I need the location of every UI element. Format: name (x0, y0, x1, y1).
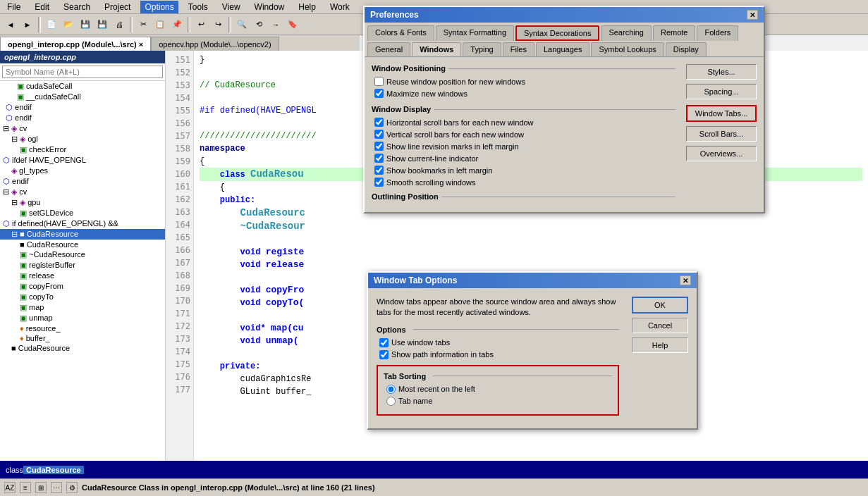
tree-item[interactable]: ⬡ if defined(HAVE_OPENGL) && (0, 218, 165, 229)
toolbar-redo[interactable]: ↪ (210, 17, 226, 32)
tree-item[interactable]: ▣ ~CudaResource (0, 249, 165, 260)
toolbar-replace[interactable]: ⟲ (251, 17, 267, 32)
tab-general[interactable]: General (367, 42, 410, 56)
symbol-search-input[interactable] (2, 66, 163, 78)
toolbar-save[interactable]: 💾 (78, 17, 93, 32)
toolbar-goto[interactable]: → (268, 17, 283, 32)
menu-search[interactable]: Search (59, 1, 94, 13)
tree-item[interactable]: ▣ registerBuffer (0, 260, 165, 271)
wto-cancel-button[interactable]: Cancel (632, 318, 688, 333)
preferences-close-button[interactable]: ✕ (747, 10, 758, 20)
tree-item[interactable]: ▣ setGLDevice (0, 208, 165, 218)
wto-help-button[interactable]: Help (632, 337, 688, 353)
toolbar-cut[interactable]: ✂ (135, 17, 151, 32)
toolbar-forward[interactable]: ► (20, 17, 35, 32)
tree-item[interactable]: ▣ __cudaSafeCall (0, 92, 165, 102)
code-line: ~CudaResour (200, 220, 862, 233)
checkbox-reuse-window-input[interactable] (374, 77, 384, 86)
menu-work[interactable]: Work (326, 1, 354, 13)
toolbar-copy[interactable]: 📋 (152, 17, 168, 32)
tree-icon-cls: ■ (11, 344, 16, 352)
tab-remote[interactable]: Remote (653, 25, 696, 41)
tree-item[interactable]: ⊟ ◈ cv (0, 123, 165, 134)
window-tabs-button[interactable]: Window Tabs... (686, 105, 757, 122)
checkbox-maximize-input[interactable] (374, 89, 384, 98)
menu-file[interactable]: File (3, 1, 25, 13)
tab-windows[interactable]: Windows (412, 42, 461, 56)
tree-item[interactable]: ⊟ ◈ ogl (0, 134, 165, 144)
tree-item[interactable]: ⬡ ifdef HAVE_OPENGL (0, 155, 165, 166)
menu-help[interactable]: Help (294, 1, 320, 13)
menu-view[interactable]: View (218, 1, 245, 13)
tab-sorting-section: Tab Sorting Most recent on the left Tab … (377, 365, 619, 416)
checkbox-revision-marks-input[interactable] (374, 142, 384, 151)
spacing-button[interactable]: Spacing... (686, 84, 757, 99)
toolbar-back[interactable]: ◄ (3, 17, 18, 32)
toolbar-paste[interactable]: 📌 (169, 17, 185, 32)
checkbox-hscroll-input[interactable] (374, 118, 384, 127)
toolbar-save2[interactable]: 💾 (94, 17, 110, 32)
toolbar-open[interactable]: 📂 (61, 17, 76, 32)
tree-item[interactable]: ▣ copyFrom (0, 281, 165, 292)
scroll-bars-button[interactable]: Scroll Bars... (686, 126, 757, 142)
tree-item[interactable]: ▣ unmap (0, 313, 165, 323)
file-tab-0[interactable]: opengl_interop.cpp (Module\...\src) × (0, 37, 151, 51)
tab-languages[interactable]: Languages (536, 42, 589, 56)
tree-item[interactable]: ⬡ endif (0, 113, 165, 123)
wto-checkbox-use-tabs-input[interactable] (379, 338, 389, 347)
tree-item[interactable]: ⊟ ◈ gpu (0, 197, 165, 208)
styles-button[interactable]: Styles... (686, 64, 757, 80)
checkbox-current-line-input[interactable] (374, 154, 384, 163)
toolbar-find[interactable]: 🔍 (234, 17, 250, 32)
checkbox-smooth-scroll: Smooth scrolling windows (372, 178, 676, 187)
tree-item[interactable]: ■ CudaResource (0, 240, 165, 249)
tab-syntax-formatting[interactable]: Syntax Formatting (436, 25, 514, 41)
tree-item[interactable]: ▣ checkError (0, 144, 165, 155)
wto-checkbox-show-path-input[interactable] (379, 350, 389, 359)
toolbar-new[interactable]: 📄 (44, 17, 59, 32)
radio-most-recent-input[interactable] (386, 385, 396, 394)
tree-item[interactable]: ⬡ endif (0, 102, 165, 113)
menu-tools[interactable]: Tools (184, 1, 212, 13)
tree-label: CudaResource (18, 344, 70, 352)
wto-close-button[interactable]: ✕ (680, 275, 691, 285)
tree-item[interactable]: ♦ buffer_ (0, 333, 165, 343)
tab-folders[interactable]: Folders (697, 25, 738, 41)
preferences-titlebar: Preferences ✕ (365, 7, 764, 23)
tab-syntax-decorations[interactable]: Syntax Decorations (515, 25, 599, 41)
menu-options[interactable]: Options (140, 1, 178, 13)
checkbox-vscroll-label: Vertical scroll bars for each new window (386, 130, 524, 139)
tree-item[interactable]: ▣ copyTo (0, 292, 165, 302)
tab-colors-fonts[interactable]: Colors & Fonts (367, 25, 434, 41)
tree-item[interactable]: ◈ gl_types (0, 166, 165, 176)
toolbar-undo[interactable]: ↩ (193, 17, 209, 32)
tree-item[interactable]: ♦ resource_ (0, 323, 165, 333)
toolbar-bookmark[interactable]: 🔖 (285, 17, 300, 32)
checkbox-bookmarks-input[interactable] (374, 166, 384, 175)
tab-symbol-lookups[interactable]: Symbol Lookups (591, 42, 664, 56)
tree-item-release[interactable]: ▣ release (0, 271, 165, 281)
tab-display[interactable]: Display (666, 42, 707, 56)
menu-project[interactable]: Project (100, 1, 135, 13)
menu-edit[interactable]: Edit (30, 1, 54, 13)
tab-typing[interactable]: Typing (463, 42, 501, 56)
tree-item[interactable]: ■ CudaResource (0, 343, 165, 353)
tab-files[interactable]: Files (503, 42, 534, 56)
checkbox-vscroll-input[interactable] (374, 130, 384, 139)
tree-item[interactable]: ▣ map (0, 302, 165, 313)
file-tab-1[interactable]: opencv.hpp (Module\...\opencv2) (151, 37, 279, 51)
wto-ok-button[interactable]: OK (632, 297, 688, 314)
tree-item-cudaresource[interactable]: ⊟ ■ CudaResource (0, 229, 165, 240)
tab-searching[interactable]: Searching (601, 25, 652, 41)
checkbox-smooth-scroll-input[interactable] (374, 178, 384, 187)
radio-tab-name-input[interactable] (386, 397, 396, 406)
tree-item[interactable]: ▣ cudaSafeCall (0, 81, 165, 92)
tree-icon-fn: ▣ (17, 92, 24, 101)
tree-item[interactable]: ⊟ ◈ cv (0, 187, 165, 197)
overviews-button[interactable]: Overviews... (686, 146, 757, 161)
menu-window[interactable]: Window (250, 1, 289, 13)
tree-item[interactable]: ⬡ endif (0, 176, 165, 187)
section-divider (434, 109, 676, 110)
toolbar-print[interactable]: 🖨 (111, 17, 127, 32)
checkbox-hscroll: Horizontal scroll bars for each new wind… (372, 118, 676, 127)
